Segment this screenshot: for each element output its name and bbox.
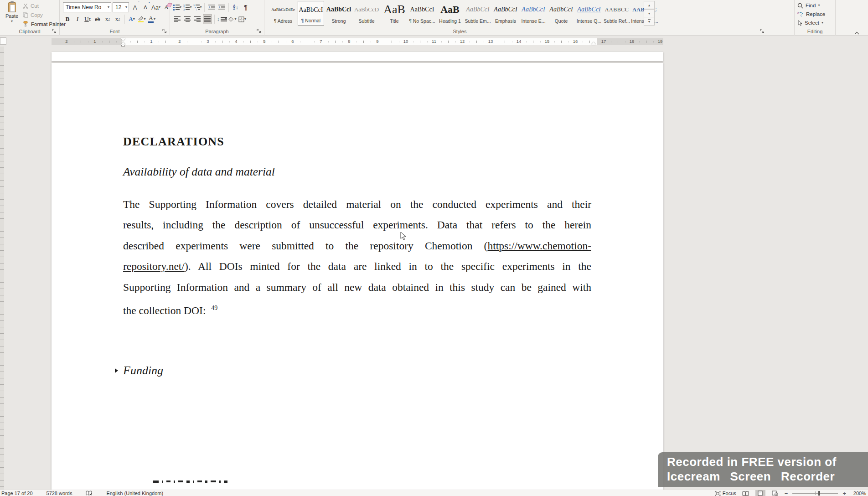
- zoom-level[interactable]: 200%: [851, 491, 866, 496]
- shading-button[interactable]: ▾: [228, 14, 237, 24]
- paragraph-dialog-launcher[interactable]: [257, 29, 262, 34]
- italic-button[interactable]: I: [73, 14, 82, 24]
- ruler-tick: [448, 41, 449, 43]
- justify-button[interactable]: [203, 14, 212, 24]
- style-card-strong[interactable]: AaBbCclStrong: [326, 1, 352, 26]
- style-card-quote[interactable]: AaBbCcIQuote: [548, 1, 574, 26]
- replace-button[interactable]: bc Replace: [797, 10, 825, 18]
- language-indicator[interactable]: English (United Kingdom): [106, 491, 163, 496]
- select-button[interactable]: Select ▾: [797, 19, 825, 27]
- bullets-button[interactable]: ▾: [173, 2, 182, 12]
- ruler-dot: [455, 41, 456, 42]
- chevron-down-icon: ▾: [235, 17, 237, 21]
- watermark-line2: Icecream Screen Recorder: [667, 469, 868, 484]
- tab-selector-box[interactable]: [0, 37, 6, 45]
- proofing-errors-button[interactable]: [86, 491, 93, 496]
- page-indicator[interactable]: Page 17 of 20: [1, 491, 33, 496]
- zoom-out-button[interactable]: −: [785, 491, 788, 496]
- style-card-subtleref[interactable]: AABBCCSubtle Ref...: [604, 1, 630, 26]
- find-button[interactable]: Find ▾: [797, 1, 825, 10]
- styles-dialog-launcher[interactable]: [760, 29, 765, 34]
- style-card-subtitle[interactable]: AaBbCcDSubtitle: [353, 1, 380, 26]
- collapse-triangle-icon[interactable]: [115, 368, 118, 373]
- style-preview: AaBbCcI: [298, 3, 324, 17]
- ribbon: Paste ▾ Cut Copy Format Painter Clipboar…: [0, 0, 868, 36]
- ruler-tick: [279, 41, 279, 43]
- format-painter-button[interactable]: Format Painter: [23, 20, 66, 28]
- grow-font-button[interactable]: A: [130, 2, 140, 12]
- styles-scroll-up-button[interactable]: ▲: [644, 1, 655, 9]
- style-card-nospac[interactable]: AaBbCcI¶ No Spac...: [409, 1, 435, 26]
- decrease-indent-button[interactable]: [207, 2, 216, 12]
- font-color-button[interactable]: A ▾: [147, 14, 156, 24]
- superscript-button[interactable]: x2: [113, 14, 122, 24]
- style-card-adress[interactable]: AaBbCcDdEe¶ Adress: [270, 1, 296, 26]
- clipboard-dialog-launcher[interactable]: [52, 29, 57, 34]
- change-case-button[interactable]: Aa▾: [151, 2, 160, 12]
- word-count[interactable]: 5728 words: [46, 491, 72, 496]
- align-left-button[interactable]: [173, 14, 182, 24]
- style-card-emphasis[interactable]: AaBbCcIEmphasis: [492, 1, 519, 26]
- sort-button[interactable]: AZ↓: [231, 2, 240, 12]
- text-highlight-button[interactable]: ▾: [137, 14, 146, 24]
- ruler-tick: [646, 41, 646, 43]
- ruler-number: 13: [488, 39, 493, 44]
- zoom-slider[interactable]: [792, 490, 838, 496]
- font-name-combobox[interactable]: Times New Ro▾: [63, 2, 111, 12]
- hyperlink-text[interactable]: repository.net/: [123, 260, 185, 272]
- document-page[interactable]: DECLARATIONS Availability of data and ma…: [52, 63, 663, 491]
- ruler-dot: [597, 41, 597, 42]
- styles-more-button[interactable]: ▼: [644, 17, 655, 26]
- zoom-slider-handle[interactable]: [818, 491, 820, 496]
- style-card-intenseq[interactable]: AaBbCcIIntense Q...: [576, 1, 602, 26]
- text-effects-button[interactable]: A▾: [127, 14, 136, 24]
- font-size-combobox[interactable]: 12▾: [113, 2, 129, 12]
- copy-button[interactable]: Copy: [23, 10, 66, 19]
- numbering-button[interactable]: 123 ▾: [183, 2, 192, 12]
- style-card-title[interactable]: AaBTitle: [381, 1, 408, 26]
- strikethrough-button[interactable]: ab: [93, 14, 102, 24]
- right-indent-marker[interactable]: [591, 42, 596, 45]
- multilevel-list-button[interactable]: 1ai ▾: [193, 2, 202, 12]
- increase-indent-button[interactable]: [217, 2, 226, 12]
- font-dialog-launcher[interactable]: [162, 29, 167, 34]
- chevron-down-icon: ▾: [144, 17, 145, 21]
- align-center-button[interactable]: [183, 14, 192, 24]
- print-layout-button[interactable]: [755, 490, 765, 496]
- ruler-number: 5: [263, 39, 265, 44]
- ruler-number: 17: [601, 39, 606, 44]
- line-spacing-button[interactable]: ↕ ▾: [217, 14, 227, 24]
- zoom-in-button[interactable]: +: [842, 491, 846, 496]
- ruler-tick: [109, 41, 109, 43]
- clear-formatting-button[interactable]: A: [162, 2, 171, 12]
- paste-button[interactable]: Paste ▾: [2, 2, 21, 28]
- underline-button[interactable]: U▾: [83, 14, 92, 24]
- first-line-indent-marker[interactable]: [121, 38, 125, 41]
- style-card-normal[interactable]: AaBbCcI¶ Normal: [298, 1, 324, 26]
- align-right-button[interactable]: [193, 14, 202, 24]
- horizontal-ruler[interactable]: 2112345678910111213141516171819: [52, 38, 663, 45]
- style-card-intensee[interactable]: AaBbCcIIntense E...: [520, 1, 547, 26]
- collapse-ribbon-button[interactable]: [854, 28, 859, 31]
- style-card-subtleem[interactable]: AaBbCcISubtle Em...: [465, 1, 491, 26]
- left-indent-marker[interactable]: [121, 45, 125, 46]
- cut-button[interactable]: Cut: [23, 1, 66, 10]
- chevron-down-icon: ▾: [108, 5, 109, 9]
- decrease-indent-icon: [208, 5, 215, 10]
- read-mode-button[interactable]: [741, 490, 751, 496]
- focus-mode-button[interactable]: Focus: [715, 491, 736, 496]
- web-layout-button[interactable]: [770, 490, 780, 496]
- style-card-heading1[interactable]: AaBHeading 1: [437, 1, 463, 26]
- ruler-dot: [74, 41, 74, 42]
- shrink-font-button[interactable]: A: [141, 2, 150, 12]
- bold-button[interactable]: B: [63, 14, 72, 24]
- show-paragraph-marks-button[interactable]: ¶: [241, 2, 250, 12]
- style-label: Heading 1: [439, 18, 461, 24]
- subscript-button[interactable]: x2: [103, 14, 112, 24]
- ruler-number: 18: [630, 39, 635, 44]
- styles-scroll-down-button[interactable]: ▼: [644, 9, 655, 17]
- borders-button[interactable]: ▾: [238, 14, 247, 24]
- ruler-dot: [385, 41, 385, 42]
- hyperlink-text[interactable]: https://www.chemotion-: [487, 240, 591, 252]
- web-layout-icon: [772, 491, 778, 496]
